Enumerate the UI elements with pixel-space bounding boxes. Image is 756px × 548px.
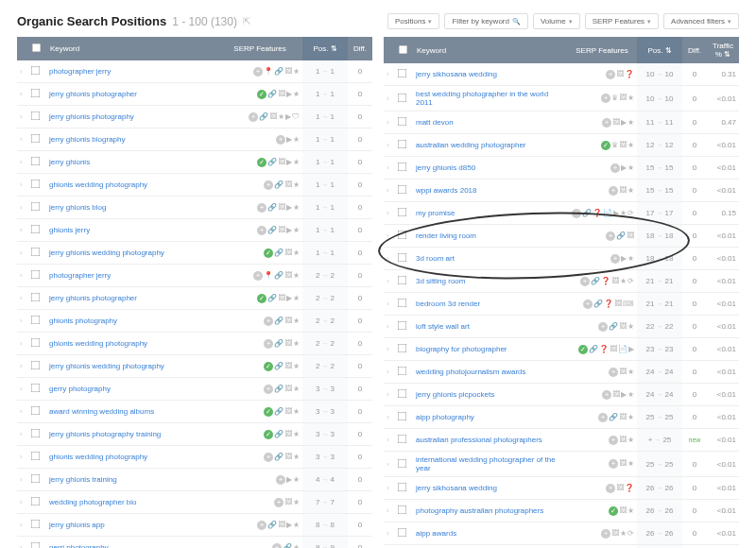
keyword-link[interactable]: award winning wedding albums — [46, 401, 217, 423]
keyword-link[interactable]: photographer jerry — [46, 60, 217, 83]
row-checkbox[interactable] — [31, 89, 41, 98]
filter-serp[interactable]: SERP Features▾ — [585, 13, 659, 29]
row-checkbox[interactable] — [31, 497, 41, 506]
row-checkbox[interactable] — [398, 69, 407, 78]
expand-icon[interactable]: › — [384, 248, 393, 270]
share-icon[interactable]: ⇱ — [243, 16, 250, 26]
expand-icon[interactable]: › — [384, 316, 393, 338]
expand-icon[interactable]: › — [17, 469, 26, 491]
expand-icon[interactable]: › — [384, 545, 393, 549]
row-checkbox[interactable] — [398, 163, 407, 172]
expand-icon[interactable]: › — [17, 401, 26, 423]
expand-icon[interactable]: › — [17, 265, 26, 287]
keyword-link[interactable]: wedding photographer australia — [413, 545, 567, 549]
expand-icon[interactable]: › — [17, 83, 26, 106]
keyword-link[interactable]: jerry ghionis biography — [46, 128, 217, 151]
row-checkbox[interactable] — [398, 253, 407, 263]
expand-icon[interactable]: › — [17, 537, 26, 549]
keyword-link[interactable]: jerry ghionis app — [46, 514, 217, 537]
keyword-link[interactable]: wedding photojournalism awards — [413, 361, 567, 384]
expand-icon[interactable]: › — [384, 500, 393, 522]
select-all-checkbox[interactable] — [399, 44, 408, 54]
expand-icon[interactable]: › — [384, 134, 393, 157]
keyword-link[interactable]: ghionis wedding photography — [46, 446, 217, 469]
expand-icon[interactable]: › — [17, 446, 26, 469]
expand-icon[interactable]: › — [384, 361, 393, 384]
keyword-link[interactable]: loft style wall art — [413, 316, 567, 338]
row-checkbox[interactable] — [31, 452, 41, 461]
row-checkbox[interactable] — [31, 406, 41, 416]
expand-icon[interactable]: › — [17, 197, 26, 219]
row-checkbox[interactable] — [31, 429, 41, 438]
th-serp[interactable]: SERP Features — [217, 37, 302, 60]
row-checkbox[interactable] — [31, 111, 41, 121]
keyword-link[interactable]: jerry ghionis d850 — [413, 157, 567, 180]
row-checkbox[interactable] — [31, 474, 41, 484]
expand-icon[interactable]: › — [17, 151, 26, 174]
expand-icon[interactable]: › — [384, 429, 393, 452]
expand-icon[interactable]: › — [384, 63, 393, 86]
expand-icon[interactable]: › — [384, 452, 393, 477]
th-diff[interactable]: Diff. — [682, 37, 707, 63]
expand-icon[interactable]: › — [17, 355, 26, 378]
keyword-link[interactable]: jerry ghionis training — [46, 469, 217, 491]
filter-keyword[interactable]: Filter by keyword🔍 — [444, 13, 527, 29]
th-serp[interactable]: SERP Features — [567, 37, 637, 63]
select-all-checkbox[interactable] — [32, 43, 42, 53]
keyword-link[interactable]: render living room — [413, 225, 567, 248]
row-checkbox[interactable] — [31, 384, 41, 393]
keyword-link[interactable]: wppi awards 2018 — [413, 180, 567, 202]
row-checkbox[interactable] — [398, 321, 407, 331]
row-checkbox[interactable] — [31, 134, 41, 144]
row-checkbox[interactable] — [398, 435, 407, 444]
keyword-link[interactable]: ghionis jerry — [46, 219, 217, 242]
th-diff[interactable]: Diff. — [348, 37, 372, 60]
expand-icon[interactable]: › — [17, 491, 26, 514]
keyword-link[interactable]: jerry ghionis photography training — [46, 423, 217, 446]
row-checkbox[interactable] — [398, 389, 407, 399]
row-checkbox[interactable] — [398, 276, 407, 285]
row-checkbox[interactable] — [31, 157, 41, 166]
row-checkbox[interactable] — [398, 117, 407, 127]
keyword-link[interactable]: australian professional photographers — [413, 429, 567, 452]
row-checkbox[interactable] — [31, 293, 41, 302]
keyword-link[interactable]: jerry ghionis picpockets — [413, 384, 567, 406]
row-checkbox[interactable] — [398, 93, 407, 102]
keyword-link[interactable]: ghionis wedding photography — [46, 333, 217, 355]
keyword-link[interactable]: ghionis photography — [46, 310, 217, 333]
row-checkbox[interactable] — [31, 542, 41, 548]
row-checkbox[interactable] — [31, 248, 41, 257]
keyword-link[interactable]: aipp awards — [413, 522, 567, 545]
keyword-link[interactable]: photographer jerry — [46, 265, 217, 287]
keyword-link[interactable]: jerry ghionis blog — [46, 197, 217, 219]
row-checkbox[interactable] — [398, 344, 407, 353]
expand-icon[interactable]: › — [17, 333, 26, 355]
keyword-link[interactable]: bedroom 3d render — [413, 293, 567, 316]
expand-icon[interactable]: › — [17, 514, 26, 537]
keyword-link[interactable]: photography australian photographers — [413, 500, 567, 522]
filter-positions[interactable]: Positions▾ — [387, 13, 439, 29]
expand-icon[interactable]: › — [384, 225, 393, 248]
row-checkbox[interactable] — [398, 483, 407, 492]
th-keyword[interactable]: Keyword — [46, 37, 217, 60]
keyword-link[interactable]: my promise — [413, 202, 567, 225]
expand-icon[interactable]: › — [384, 477, 393, 500]
row-checkbox[interactable] — [398, 299, 407, 308]
expand-icon[interactable]: › — [17, 219, 26, 242]
row-checkbox[interactable] — [31, 338, 41, 348]
expand-icon[interactable]: › — [384, 270, 393, 293]
row-checkbox[interactable] — [398, 185, 407, 195]
row-checkbox[interactable] — [31, 520, 41, 529]
row-checkbox[interactable] — [31, 361, 41, 370]
keyword-link[interactable]: gerry photography — [46, 378, 217, 401]
row-checkbox[interactable] — [398, 458, 407, 468]
keyword-link[interactable]: best wedding photographer in the world 2… — [413, 86, 567, 111]
expand-icon[interactable]: › — [17, 106, 26, 128]
keyword-link[interactable]: gerri photography — [46, 537, 217, 549]
keyword-link[interactable]: jerry ghionis wedding photography — [46, 242, 217, 265]
keyword-link[interactable]: aipp photography — [413, 406, 567, 429]
expand-icon[interactable]: › — [17, 287, 26, 310]
keyword-link[interactable]: international wedding photographer of th… — [413, 452, 567, 477]
expand-icon[interactable]: › — [384, 522, 393, 545]
row-checkbox[interactable] — [398, 231, 407, 240]
